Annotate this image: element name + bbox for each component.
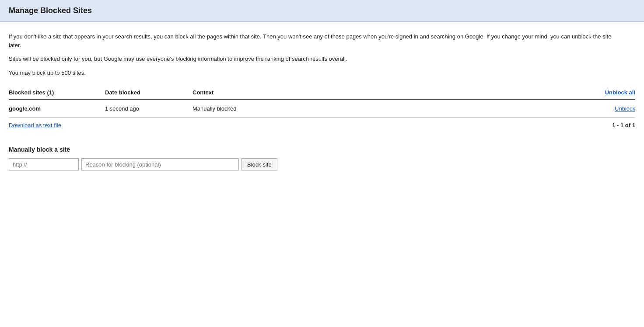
page-header: Manage Blocked Sites <box>0 0 644 22</box>
unblock-all-header: Unblock all <box>570 86 635 100</box>
manually-block-section: Manually block a site Block site <box>9 146 635 170</box>
page-title: Manage Blocked Sites <box>9 6 635 15</box>
context-cell: Manually blocked <box>192 100 570 118</box>
url-input[interactable] <box>9 158 79 170</box>
unblock-link[interactable]: Unblock <box>615 105 635 112</box>
action-cell: Unblock <box>570 100 635 118</box>
description-paragraph-3: You may block up to 500 sites. <box>9 69 621 77</box>
block-site-button[interactable]: Block site <box>242 158 277 170</box>
block-form: Block site <box>9 158 635 170</box>
description-paragraph-2: Sites will be blocked only for you, but … <box>9 55 621 63</box>
pagination-info: 1 - 1 of 1 <box>612 122 635 129</box>
table-body: google.com 1 second ago Manually blocked… <box>9 100 635 118</box>
col-header-context: Context <box>192 86 570 100</box>
blocked-sites-table: Blocked sites (1) Date blocked Context U… <box>9 86 635 118</box>
unblock-all-link[interactable]: Unblock all <box>605 89 635 96</box>
table-footer: Download as text file 1 - 1 of 1 <box>9 118 635 137</box>
table-row: google.com 1 second ago Manually blocked… <box>9 100 635 118</box>
manually-block-heading: Manually block a site <box>9 146 635 153</box>
download-text-link[interactable]: Download as text file <box>9 122 61 129</box>
site-name-cell: google.com <box>9 100 105 118</box>
date-cell: 1 second ago <box>105 100 192 118</box>
page-content: If you don't like a site that appears in… <box>0 22 644 179</box>
description-paragraph-1: If you don't like a site that appears in… <box>9 32 621 49</box>
col-header-date: Date blocked <box>105 86 192 100</box>
col-header-blocked-sites: Blocked sites (1) <box>9 86 105 100</box>
reason-input[interactable] <box>81 158 239 170</box>
table-header: Blocked sites (1) Date blocked Context U… <box>9 86 635 100</box>
description-block: If you don't like a site that appears in… <box>9 32 621 77</box>
